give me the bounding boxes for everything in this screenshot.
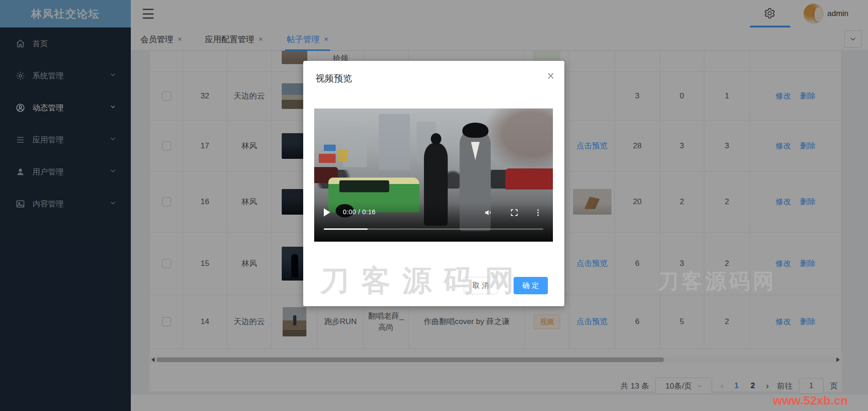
cancel-button[interactable]: 取 消 <box>464 277 498 294</box>
video-player[interactable]: 5 0:00 / 0:16 <box>314 108 553 242</box>
confirm-button[interactable]: 确 定 <box>514 277 548 294</box>
volume-icon[interactable] <box>484 208 493 219</box>
video-preview-dialog: 视频预览 × 5 0:00 / 0:16 <box>303 61 564 306</box>
kebab-menu-icon[interactable] <box>534 208 542 219</box>
app-window: 林风社交论坛 首页 系统管理 动态 <box>0 0 868 411</box>
video-progress-bar[interactable] <box>324 228 543 230</box>
close-icon[interactable]: × <box>547 70 554 82</box>
play-icon[interactable] <box>324 208 330 216</box>
dialog-title: 视频预览 <box>316 72 352 85</box>
progress-fill <box>324 228 368 230</box>
fullscreen-icon[interactable] <box>510 208 519 219</box>
video-time-label: 0:00 / 0:16 <box>343 208 376 216</box>
video-frame: 5 <box>314 108 553 242</box>
